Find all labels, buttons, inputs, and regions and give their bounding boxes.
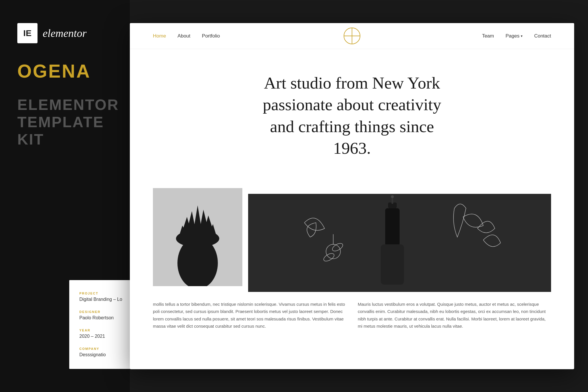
nav-right: Team Pages ▾ Contact <box>482 33 551 39</box>
text-col-1: mollis tellus a tortor bibendum, nec tri… <box>153 301 346 330</box>
kit-line2: TEMPLATE <box>17 114 113 131</box>
nav-pages[interactable]: Pages ▾ <box>505 33 523 39</box>
svg-rect-19 <box>385 208 400 246</box>
svg-point-12 <box>176 230 219 247</box>
bottle-illustration <box>248 194 551 292</box>
kit-subtitle: ELEMENTOR TEMPLATE KIT <box>17 96 113 148</box>
chevron-down-icon: ▾ <box>521 34 523 38</box>
company-value: Desssignatio <box>79 352 134 357</box>
nav-contact[interactable]: Contact <box>534 33 551 39</box>
designer-value: Paolo Robertson <box>79 315 134 320</box>
nav-home[interactable]: Home <box>153 33 166 39</box>
gallery-item-1 <box>153 188 242 286</box>
project-value: Digital Branding – Lo <box>79 297 134 302</box>
nav-team[interactable]: Team <box>482 33 494 39</box>
year-label: YEAR <box>79 329 134 332</box>
year-value: 2020 – 2021 <box>79 334 134 339</box>
gallery-item-2 <box>248 194 551 292</box>
gallery-section <box>130 194 574 292</box>
website-preview: Home About Portfolio Team Pages ▾ Contac… <box>130 23 574 369</box>
elementor-icon: IE <box>17 23 38 43</box>
company-label: COMPANY <box>79 347 134 350</box>
kit-line3: KIT <box>17 131 113 148</box>
logo-icon <box>343 27 362 45</box>
text-section: mollis tellus a tortor bibendum, nec tri… <box>130 292 574 339</box>
designer-label: DESIGNER <box>79 310 134 314</box>
nav-left: Home About Portfolio <box>153 33 220 39</box>
hero-title: Art studio from New York passionate abou… <box>251 72 453 159</box>
text-col-2: Mauris luctus vestibulum eros a volutpat… <box>358 301 551 330</box>
nav-portfolio[interactable]: Portfolio <box>202 33 220 39</box>
hero-section: Art studio from New York passionate abou… <box>130 49 574 194</box>
project-label: PROJECT <box>79 292 134 295</box>
center-logo <box>343 27 362 45</box>
nav-about[interactable]: About <box>177 33 190 39</box>
svg-point-22 <box>391 195 394 198</box>
ogena-title: OGENA <box>17 61 113 82</box>
brand-name: elementor <box>43 27 87 40</box>
navigation: Home About Portfolio Team Pages ▾ Contac… <box>130 23 574 49</box>
elementor-logo: IE elementor <box>17 23 113 43</box>
svg-rect-20 <box>381 244 404 285</box>
pineapple-illustration <box>153 188 242 286</box>
kit-line1: ELEMENTOR <box>17 96 113 114</box>
